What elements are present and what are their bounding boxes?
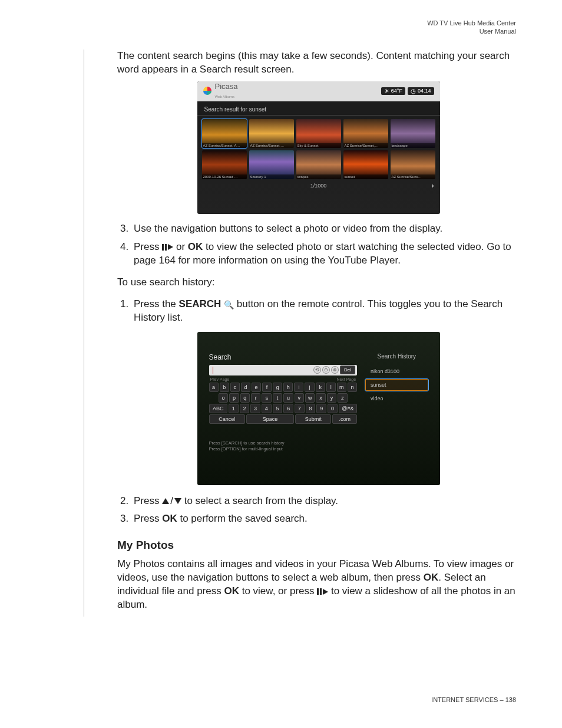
key[interactable]: o	[219, 393, 228, 403]
key-abc[interactable]: ABC	[209, 404, 227, 413]
history-steps-2: Press / to select a search from the disp…	[117, 495, 520, 526]
input-btn-clear[interactable]: ⊗	[331, 366, 339, 374]
up-down-icon: /	[162, 495, 181, 508]
key[interactable]: 0	[328, 404, 338, 413]
key[interactable]: y	[327, 393, 336, 403]
key[interactable]: 4	[262, 404, 272, 413]
search-input[interactable]: ⟲ ⊖ ⊗ Del	[209, 365, 358, 375]
my-photos-heading: My Photos	[117, 539, 520, 552]
key[interactable]: p	[229, 393, 239, 403]
key[interactable]: 1	[229, 404, 239, 413]
key-symbols[interactable]: @#&	[339, 404, 357, 413]
key[interactable]: q	[240, 393, 250, 403]
del-button[interactable]: Del	[340, 365, 355, 374]
weather-chip: ☀64°F	[381, 87, 405, 95]
page-footer: INTERNET SERVICES – 138	[431, 696, 516, 703]
key[interactable]: i	[294, 383, 303, 392]
input-btn-mid[interactable]: ⊖	[322, 366, 330, 374]
key[interactable]: 5	[273, 404, 283, 413]
step-3: Use the navigation buttons to select a p…	[131, 222, 520, 236]
kb-row-1: abcdefghijklmn	[209, 383, 358, 392]
step-4: Press or OK to view the selected photo o…	[131, 241, 520, 268]
thumbnail[interactable]: 2009-10-26 Sunset …	[202, 150, 247, 179]
clock-icon: ◷	[411, 88, 416, 94]
history-steps-1: Press the SEARCH 🔍 button on the remote …	[117, 298, 520, 325]
key[interactable]: 7	[295, 404, 305, 413]
picasa-results-screenshot: Picasa Web Albums ☀64°F ◷04:14 Search re…	[197, 81, 440, 214]
key[interactable]: n	[348, 383, 357, 392]
search-label: Search	[209, 353, 358, 361]
key[interactable]: d	[241, 383, 250, 392]
key[interactable]: l	[326, 383, 336, 392]
hist-step-2: Press / to select a search from the disp…	[131, 495, 520, 508]
key[interactable]: r	[251, 393, 260, 403]
hist-step-3: Press OK to perform the saved search.	[131, 512, 520, 526]
history-item[interactable]: nikon d3100	[365, 365, 428, 377]
thumbnail[interactable]: AZ Sunrise/Sunset, A…	[202, 119, 247, 148]
thumbnail[interactable]: AZ Sunrise/Suns…	[391, 150, 435, 179]
key[interactable]: g	[273, 383, 282, 392]
key[interactable]: u	[283, 393, 293, 403]
pause-play-icon	[162, 244, 173, 251]
key-dotcom[interactable]: .com	[332, 414, 357, 424]
key[interactable]: 8	[306, 404, 316, 413]
search-result-title: Search result for sunset	[197, 101, 440, 116]
input-btn-left[interactable]: ⟲	[313, 366, 321, 374]
pager: 1/1000 ›	[197, 180, 440, 191]
key-space[interactable]: Space	[246, 414, 294, 424]
page-header: WD TV Live Hub Media Center User Manual	[427, 19, 516, 36]
key[interactable]: k	[316, 383, 325, 392]
time-chip: ◷04:14	[408, 87, 434, 95]
thumbnail[interactable]: landscape	[391, 119, 435, 148]
search-history-intro: To use search history:	[117, 276, 520, 289]
pause-play-icon	[317, 588, 328, 595]
key[interactable]: w	[305, 393, 315, 403]
key[interactable]: f	[262, 383, 272, 392]
picasa-icon	[203, 87, 211, 95]
key[interactable]: 2	[240, 404, 250, 413]
key[interactable]: b	[220, 383, 229, 392]
header-title: WD TV Live Hub Media Center	[427, 19, 516, 27]
thumbnail[interactable]: scapes	[296, 150, 341, 179]
brand-sub: Web Albums	[215, 95, 235, 98]
hist-step-1: Press the SEARCH 🔍 button on the remote …	[131, 298, 520, 325]
kb-row-2: opqrstuvwxyz	[209, 393, 358, 403]
key[interactable]: 3	[250, 404, 260, 413]
thumbnail[interactable]: sunset	[343, 150, 388, 179]
key[interactable]: t	[273, 393, 282, 403]
search-history-title: Search History	[365, 353, 428, 360]
key-cancel[interactable]: Cancel	[209, 414, 245, 424]
thumbnail[interactable]: AZ Sunrise/Sunset,…	[249, 119, 294, 148]
key[interactable]: j	[305, 383, 314, 392]
thumbnail-grid: AZ Sunrise/Sunset, A… AZ Sunrise/Sunset,…	[197, 116, 440, 180]
history-item[interactable]: video	[365, 393, 428, 404]
intro-paragraph: The content search begins (this may take…	[117, 50, 520, 77]
brand-name: Picasa	[215, 82, 238, 91]
key[interactable]: s	[262, 393, 271, 403]
next-page-icon[interactable]: ›	[432, 182, 434, 190]
kb-row-3: ABC1234567890@#&	[209, 404, 358, 413]
key[interactable]: c	[230, 383, 240, 392]
key[interactable]: v	[295, 393, 304, 403]
key[interactable]: z	[338, 393, 347, 403]
content-column: The content search begins (this may take…	[84, 50, 520, 617]
key[interactable]: 6	[283, 404, 293, 413]
key[interactable]: a	[209, 383, 219, 392]
picasa-logo: Picasa Web Albums	[203, 82, 238, 100]
key[interactable]: m	[337, 383, 346, 392]
key[interactable]: e	[252, 383, 261, 392]
thumbnail[interactable]: Sky & Sunset	[296, 119, 341, 148]
key[interactable]: h	[283, 383, 293, 392]
key[interactable]: 9	[316, 404, 326, 413]
my-photos-paragraph: My Photos contains all images and videos…	[117, 558, 520, 612]
history-item[interactable]: sunset	[365, 379, 428, 391]
key-submit[interactable]: Submit	[295, 414, 331, 424]
thumbnail[interactable]: Scenery 1	[249, 150, 294, 179]
steps-list-1: Use the navigation buttons to select a p…	[117, 222, 520, 268]
thumbnail[interactable]: AZ Sunrise/Sunset,…	[343, 119, 388, 148]
search-keyboard-screenshot: Search ⟲ ⊖ ⊗ Del Prev PageNext Page abcd…	[197, 332, 440, 485]
cursor	[213, 367, 213, 374]
header-subtitle: User Manual	[427, 27, 516, 35]
key[interactable]: x	[316, 393, 325, 403]
magnifier-icon: 🔍	[224, 299, 234, 311]
